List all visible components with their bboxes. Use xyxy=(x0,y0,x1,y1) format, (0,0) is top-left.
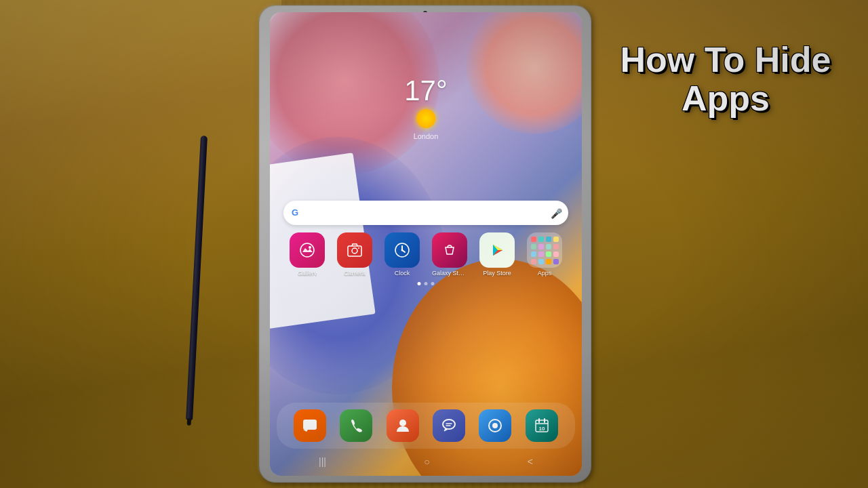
gallery-label: Gallery xyxy=(298,270,317,277)
play-store-icon[interactable] xyxy=(479,232,515,268)
clock-label: Clock xyxy=(395,270,410,277)
weather-widget: 17° London xyxy=(404,77,448,140)
play-store-label: Play Store xyxy=(483,270,511,277)
app-galaxy-store[interactable]: Galaxy Store xyxy=(432,232,467,277)
apps-label: Apps xyxy=(538,270,552,277)
galaxy-store-label: Galaxy Store xyxy=(432,270,467,277)
dock-chat[interactable] xyxy=(433,409,465,442)
search-input[interactable] xyxy=(308,208,551,218)
camera-app-icon[interactable] xyxy=(337,232,372,268)
google-search-bar[interactable]: G 🎤 xyxy=(283,201,568,225)
title-overlay: How To Hide Apps xyxy=(604,41,848,118)
dock-phone[interactable] xyxy=(340,409,372,442)
google-logo: G xyxy=(292,207,302,218)
apps-grid-icon[interactable] xyxy=(527,232,562,268)
app-gallery[interactable]: Gallery xyxy=(290,232,325,277)
galaxy-store-icon[interactable] xyxy=(432,232,467,268)
svg-point-14 xyxy=(399,420,406,426)
page-dot-1 xyxy=(418,282,421,285)
app-play-store[interactable]: Play Store xyxy=(479,232,515,277)
nav-home-button[interactable]: ○ xyxy=(424,456,429,467)
svg-point-3 xyxy=(352,248,357,253)
svg-point-15 xyxy=(443,420,455,429)
svg-point-19 xyxy=(492,423,498,428)
svg-point-8 xyxy=(401,249,403,251)
bottom-dock: 10 xyxy=(277,403,575,449)
weather-temperature: 17° xyxy=(404,77,448,105)
dock-calendar[interactable]: 10 xyxy=(526,409,558,442)
blob-orange-top xyxy=(467,12,582,134)
navigation-bar: ||| ○ < xyxy=(270,451,582,472)
page-dot-2 xyxy=(425,282,428,285)
app-row: Gallery Camera xyxy=(283,232,568,277)
app-apps[interactable]: Apps xyxy=(527,232,562,277)
dock-samsung[interactable] xyxy=(479,409,511,442)
svg-rect-13 xyxy=(303,420,317,430)
camera-label: Camera xyxy=(344,270,366,277)
weather-sun-icon xyxy=(416,109,435,128)
app-clock[interactable]: Clock xyxy=(384,232,420,277)
svg-point-4 xyxy=(358,247,359,249)
svg-text:10: 10 xyxy=(538,426,545,432)
page-dot-3 xyxy=(431,282,435,285)
clock-app-icon[interactable] xyxy=(384,232,420,268)
wood-left-panel xyxy=(0,0,281,488)
gallery-icon[interactable] xyxy=(290,232,325,268)
app-camera[interactable]: Camera xyxy=(337,232,372,277)
dock-messages[interactable] xyxy=(294,409,326,442)
svg-point-1 xyxy=(309,246,311,249)
nav-recent-button[interactable]: ||| xyxy=(319,456,326,467)
weather-location: London xyxy=(404,132,448,140)
dock-contacts[interactable] xyxy=(387,409,419,442)
tablet-screen: 17° London G 🎤 Gallery xyxy=(270,12,582,476)
nav-back-button[interactable]: < xyxy=(528,456,533,467)
page-indicators xyxy=(418,282,435,285)
microphone-icon[interactable]: 🎤 xyxy=(551,208,560,218)
